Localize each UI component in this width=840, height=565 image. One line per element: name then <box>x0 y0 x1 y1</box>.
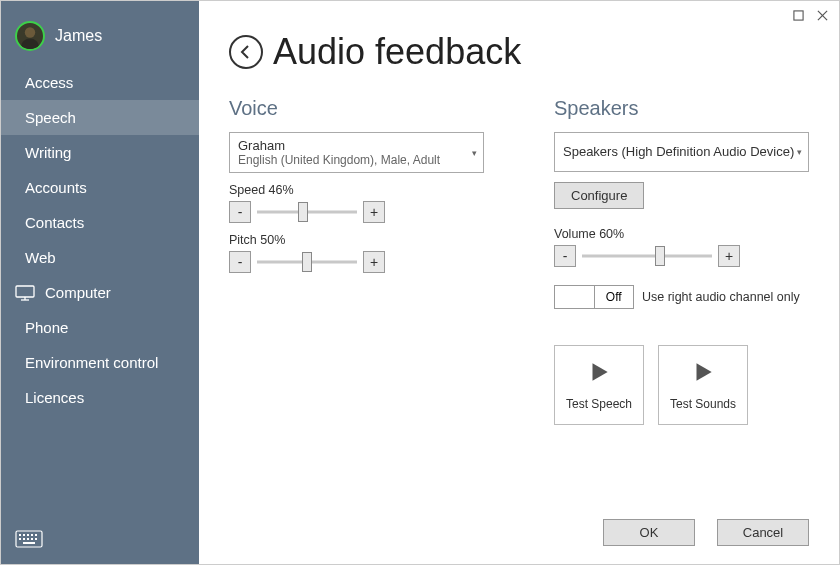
columns: Voice Graham English (United Kingdom), M… <box>229 97 809 425</box>
volume-label: Volume 60% <box>554 227 809 241</box>
keyboard-icon[interactable] <box>15 534 43 551</box>
speed-plus-button[interactable]: + <box>363 201 385 223</box>
configure-row: Configure <box>554 182 809 209</box>
sidebar-item-speech[interactable]: Speech <box>1 100 199 135</box>
page-title: Audio feedback <box>273 31 521 73</box>
volume-slider-row: - + <box>554 245 809 267</box>
page-header: Audio feedback <box>229 31 809 73</box>
title-bar <box>791 1 839 25</box>
sidebar-item-environment-control[interactable]: Environment control <box>1 345 199 380</box>
svg-rect-18 <box>35 538 37 540</box>
sidebar-item-computer[interactable]: Computer <box>1 275 199 310</box>
test-speech-label: Test Speech <box>566 397 632 411</box>
sidebar-item-accounts[interactable]: Accounts <box>1 170 199 205</box>
sidebar-item-label: Licences <box>25 389 84 406</box>
svg-marker-21 <box>697 363 712 380</box>
test-buttons-row: Test Speech Test Sounds <box>554 345 809 425</box>
voice-dropdown[interactable]: Graham English (United Kingdom), Male, A… <box>229 132 484 173</box>
sidebar-nav: Access Speech Writing Accounts Contacts … <box>1 65 199 415</box>
voice-column: Voice Graham English (United Kingdom), M… <box>229 97 484 425</box>
pitch-plus-button[interactable]: + <box>363 251 385 273</box>
svg-rect-19 <box>23 542 35 544</box>
speakers-section-title: Speakers <box>554 97 809 120</box>
pitch-slider-row: - + <box>229 251 484 273</box>
sidebar-item-label: Speech <box>25 109 76 126</box>
right-channel-label: Use right audio channel only <box>642 290 800 304</box>
sidebar-item-web[interactable]: Web <box>1 240 199 275</box>
pitch-label: Pitch 50% <box>229 233 484 247</box>
volume-slider-group: Volume 60% - + <box>554 227 809 267</box>
svg-point-3 <box>25 27 35 37</box>
speed-track[interactable] <box>257 201 357 223</box>
test-sounds-label: Test Sounds <box>670 397 736 411</box>
sidebar-item-phone[interactable]: Phone <box>1 310 199 345</box>
test-sounds-button[interactable]: Test Sounds <box>658 345 748 425</box>
avatar <box>15 21 45 51</box>
svg-rect-13 <box>35 534 37 536</box>
svg-rect-16 <box>27 538 29 540</box>
ok-button[interactable]: OK <box>603 519 695 546</box>
volume-minus-button[interactable]: - <box>554 245 576 267</box>
dialog-buttons: OK Cancel <box>603 519 809 546</box>
profile-name: James <box>55 27 102 45</box>
speakers-dropdown[interactable]: Speakers (High Definition Audio Device) <box>554 132 809 172</box>
sidebar-item-label: Phone <box>25 319 68 336</box>
configure-button[interactable]: Configure <box>554 182 644 209</box>
volume-track[interactable] <box>582 245 712 267</box>
pitch-thumb[interactable] <box>302 252 312 272</box>
sidebar-item-label: Writing <box>25 144 71 161</box>
svg-rect-15 <box>23 538 25 540</box>
sidebar-item-access[interactable]: Access <box>1 65 199 100</box>
svg-rect-11 <box>27 534 29 536</box>
close-icon[interactable] <box>815 5 829 25</box>
svg-point-4 <box>21 39 38 49</box>
volume-thumb[interactable] <box>655 246 665 266</box>
sidebar-item-label: Computer <box>45 284 111 301</box>
right-channel-toggle[interactable]: Off <box>554 285 634 309</box>
volume-plus-button[interactable]: + <box>718 245 740 267</box>
voice-selected-name: Graham <box>238 138 475 153</box>
svg-rect-17 <box>31 538 33 540</box>
svg-rect-10 <box>23 534 25 536</box>
voice-selected-detail: English (United Kingdom), Male, Adult <box>238 153 475 167</box>
svg-rect-12 <box>31 534 33 536</box>
svg-marker-20 <box>593 363 608 380</box>
sidebar-item-label: Environment control <box>25 354 158 371</box>
pitch-slider-group: Pitch 50% - + <box>229 233 484 273</box>
svg-rect-0 <box>793 10 802 19</box>
speed-thumb[interactable] <box>298 202 308 222</box>
profile-row[interactable]: James <box>1 1 199 65</box>
speed-slider-group: Speed 46% - + <box>229 183 484 223</box>
monitor-icon <box>15 285 35 301</box>
sidebar: James Access Speech Writing Accounts Con… <box>1 1 199 564</box>
toggle-on-half <box>555 286 594 308</box>
speed-slider-row: - + <box>229 201 484 223</box>
play-icon <box>690 359 716 389</box>
back-button[interactable] <box>229 35 263 69</box>
maximize-icon[interactable] <box>791 5 805 25</box>
sidebar-item-contacts[interactable]: Contacts <box>1 205 199 240</box>
toggle-off-half: Off <box>594 286 634 308</box>
right-channel-row: Off Use right audio channel only <box>554 285 809 309</box>
speakers-column: Speakers Speakers (High Definition Audio… <box>554 97 809 425</box>
svg-rect-9 <box>19 534 21 536</box>
speed-minus-button[interactable]: - <box>229 201 251 223</box>
svg-rect-5 <box>16 286 34 297</box>
pitch-track[interactable] <box>257 251 357 273</box>
app-window: James Access Speech Writing Accounts Con… <box>0 0 840 565</box>
track-line <box>582 255 712 258</box>
sidebar-footer <box>15 530 43 552</box>
play-icon <box>586 359 612 389</box>
sidebar-item-licences[interactable]: Licences <box>1 380 199 415</box>
test-speech-button[interactable]: Test Speech <box>554 345 644 425</box>
cancel-button[interactable]: Cancel <box>717 519 809 546</box>
sidebar-item-label: Web <box>25 249 56 266</box>
speakers-selected: Speakers (High Definition Audio Device) <box>563 144 800 160</box>
sidebar-item-label: Contacts <box>25 214 84 231</box>
speed-label: Speed 46% <box>229 183 484 197</box>
sidebar-item-label: Accounts <box>25 179 87 196</box>
main-panel: Audio feedback Voice Graham English (Uni… <box>199 1 839 564</box>
pitch-minus-button[interactable]: - <box>229 251 251 273</box>
voice-section-title: Voice <box>229 97 484 120</box>
sidebar-item-writing[interactable]: Writing <box>1 135 199 170</box>
